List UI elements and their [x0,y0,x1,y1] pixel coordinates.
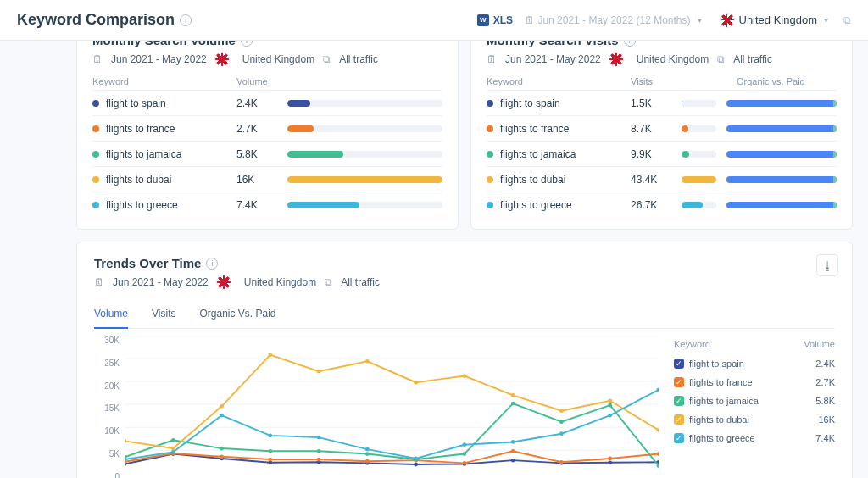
bar-track [287,176,442,183]
series-point[interactable] [511,402,515,406]
keyword-label: flights to france [500,123,569,135]
series-point[interactable] [559,431,564,436]
value-label: 2.4K [236,97,287,109]
series-point[interactable] [268,353,272,357]
export-xls-button[interactable]: W XLS [477,14,513,26]
value-label: 26.7K [631,199,682,211]
series-point[interactable] [171,450,175,454]
legend-item[interactable]: ✓flights to france2.7K [674,373,835,392]
series-point[interactable] [414,381,418,385]
series-point[interactable] [511,440,515,444]
table-row[interactable]: flights to dubai43.4K [487,166,837,192]
series-point[interactable] [317,436,321,440]
date-range-label: Jun 2021 - May 2022 (12 Months) [537,14,690,26]
tab-volume[interactable]: Volume [94,301,128,328]
keyword-label: flight to spain [500,97,560,109]
series-point[interactable] [317,458,321,462]
bar-fill [287,202,359,208]
table-row[interactable]: flight to spain2.4K [92,90,442,115]
series-point[interactable] [463,442,467,447]
table-row[interactable]: flights to france2.7K [92,115,442,141]
tab-organic-vs-paid[interactable]: Organic Vs. Paid [199,301,275,328]
bar-track [287,202,442,208]
series-point[interactable] [220,414,224,418]
series-point[interactable] [608,460,612,464]
series-point[interactable] [608,403,612,408]
series-point[interactable] [317,370,321,374]
series-point[interactable] [414,457,418,461]
checkbox-icon: ✓ [674,396,684,406]
table-row[interactable]: flight to spain1.5K [487,90,837,115]
series-point[interactable] [511,393,515,397]
table-row[interactable]: flights to dubai16K [92,166,442,192]
series-dot [92,151,99,158]
series-point[interactable] [365,447,370,452]
keyword-label: flights to greece [106,199,178,211]
legend-value: 2.7K [815,377,835,387]
keyword-label: flights to dubai [500,174,565,186]
table-row[interactable]: flights to france8.7K [487,115,837,141]
legend-value: 5.8K [815,396,835,406]
xls-label: XLS [493,14,513,26]
country-select[interactable]: United Kingdom ▾ [714,10,836,31]
series-point[interactable] [268,449,272,453]
series-point[interactable] [365,459,370,464]
series-point[interactable] [608,457,612,461]
info-icon[interactable]: i [206,258,218,270]
flag-uk-icon [215,53,229,66]
legend-item[interactable]: ✓flights to jamaica5.8K [674,392,835,410]
series-point[interactable] [559,420,564,424]
bar-fill [682,176,716,183]
compare-icon[interactable]: ⧉ [843,14,851,26]
value-label: 1.5K [631,97,682,109]
series-point[interactable] [171,447,175,451]
legend-item[interactable]: ✓flights to greece7.4K [674,429,835,447]
card-title: Trends Over Time i [94,256,835,270]
series-point[interactable] [414,463,418,467]
table-row[interactable]: flights to jamaica5.8K [92,141,442,166]
series-point[interactable] [463,374,467,378]
info-icon[interactable]: i [241,41,253,47]
info-icon[interactable]: i [180,14,192,26]
legend-item[interactable]: ✓flight to spain2.4K [674,354,835,373]
series-point[interactable] [463,452,467,456]
download-button[interactable]: ⭳ [816,254,838,276]
series-point[interactable] [317,449,321,453]
table-row[interactable]: flights to greece26.7K [487,192,837,217]
series-point[interactable] [463,461,467,465]
organic-paid-bar [726,100,837,107]
series-point[interactable] [125,439,126,443]
series-point[interactable] [608,414,612,418]
series-point[interactable] [220,454,224,459]
series-point[interactable] [511,449,515,453]
series-point[interactable] [608,398,612,403]
value-label: 8.7K [631,123,682,135]
keyword-label: flights to jamaica [500,148,576,160]
series-point[interactable] [268,458,272,462]
series-point[interactable] [171,438,175,442]
bar-fill [287,125,314,132]
card-title: Monthly Search Visits i [487,41,837,47]
legend-label: flights to jamaica [689,396,759,406]
tab-visits[interactable]: Visits [152,301,175,328]
keyword-label: flights to france [106,123,175,135]
series-point[interactable] [365,452,370,456]
series-point[interactable] [268,434,272,438]
legend-item[interactable]: ✓flights to dubai16K [674,410,835,429]
trends-legend: Keyword Volume ✓flight to spain2.4K✓flig… [674,336,835,478]
series-point[interactable] [559,460,564,464]
table-row[interactable]: flights to greece7.4K [92,192,442,217]
info-icon[interactable]: i [624,41,636,47]
organic-paid-bar [726,202,837,208]
keyword-label: flight to spain [106,97,166,109]
date-range-picker[interactable]: 🗓 Jun 2021 - May 2022 (12 Months) ▾ [525,14,701,26]
organic-paid-bar [726,151,837,158]
series-point[interactable] [220,447,224,451]
value-label: 5.8K [236,148,287,160]
series-point[interactable] [365,359,370,364]
series-point[interactable] [559,409,564,413]
table-row[interactable]: flights to jamaica9.9K [487,141,837,166]
series-point[interactable] [511,459,515,463]
series-point[interactable] [657,452,659,456]
series-point[interactable] [220,404,224,409]
